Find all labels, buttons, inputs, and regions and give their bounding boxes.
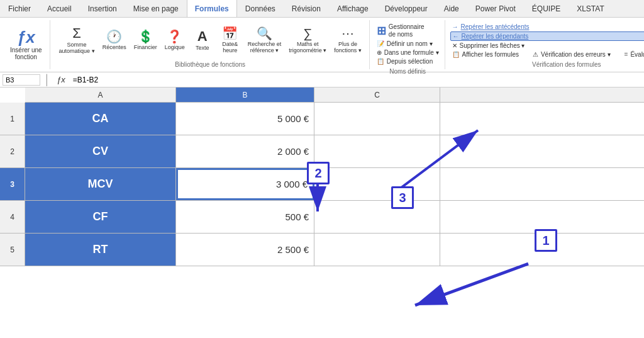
definir-nom-button[interactable]: 📝 Définir un nom ▾	[375, 40, 441, 48]
calendar-icon: 📅	[222, 27, 238, 40]
table-row: 2 CV 2 000 €	[0, 135, 644, 168]
evaluer-formule-button[interactable]: = Évaluer la formule	[623, 50, 644, 59]
depuis-selection-button[interactable]: 📋 Depuis sélection	[375, 57, 441, 65]
cell-a1[interactable]: CA	[25, 103, 176, 135]
table-row: 5 RT 2 500 €	[0, 234, 644, 266]
verification-erreurs-button[interactable]: ⚠ Vérification des erreurs ▾	[531, 50, 613, 59]
cell-c5[interactable]	[314, 234, 440, 266]
col-headers: A B C	[25, 87, 644, 103]
sigma-icon: Σ	[72, 26, 81, 40]
row-header-2: 2	[0, 135, 25, 167]
spreadsheet: A B C 1 CA 5 000 € 2 CV 2 000 € 3 MCV 3 …	[0, 87, 644, 266]
group-noms-definis: ⊞ Gestionnairede noms 📝 Définir un nom ▾…	[371, 20, 445, 69]
more-icon: ⋯	[341, 27, 354, 40]
definir-icon: 📝	[377, 40, 384, 47]
warning-icon: ⚠	[533, 51, 538, 58]
math-icon: ∑	[303, 27, 312, 40]
delete-arrow-icon: ✕	[452, 42, 457, 49]
antecedents-icon: →	[452, 23, 458, 30]
row-header-4: 4	[0, 201, 25, 233]
somme-automatique-button[interactable]: Σ Sommeautomatique ▾	[57, 21, 97, 59]
tab-developpeur[interactable]: Développeur	[377, 0, 436, 17]
clock-icon: 🕐	[106, 30, 122, 43]
texte-button[interactable]: A Texte	[190, 21, 215, 59]
evaluate-icon: =	[625, 51, 628, 58]
cell-c3[interactable]	[314, 168, 440, 200]
cell-a5[interactable]: RT	[25, 234, 176, 266]
logique-button[interactable]: ❓ Logique	[162, 21, 187, 59]
text-icon: A	[197, 30, 208, 43]
formula-bar-separator: │	[44, 74, 50, 86]
gestionnaire-icon: ⊞	[377, 24, 386, 38]
tab-revision[interactable]: Révision	[284, 0, 329, 17]
selection-icon: 📋	[377, 58, 384, 65]
cell-a4[interactable]: CF	[25, 201, 176, 233]
svg-line-3	[415, 264, 528, 305]
tab-accueil[interactable]: Accueil	[39, 0, 80, 17]
table-row: 3 MCV 3 000 €	[0, 168, 644, 201]
tab-insertion[interactable]: Insertion	[80, 0, 125, 17]
dependants-icon: ←	[453, 33, 459, 40]
maths-button[interactable]: ∑ Maths ettrigonométrie ▾	[286, 21, 329, 59]
logic-icon: ❓	[167, 30, 182, 43]
fx-icon: ƒx	[17, 29, 35, 45]
dans-formule-button[interactable]: ⊕ Dans une formule ▾	[375, 48, 441, 57]
table-row: 4 CF 500 €	[0, 201, 644, 234]
cell-b1[interactable]: 5 000 €	[176, 103, 314, 135]
inserer-fonction-label: Insérer unefonction	[10, 47, 42, 60]
cell-b2[interactable]: 2 000 €	[176, 135, 314, 167]
group-verification: → Repérer les antécédents ← Repérer les …	[447, 20, 644, 69]
search-icon: 🔍	[257, 27, 272, 40]
supprimer-fleches-button[interactable]: ✕ Supprimer les flèches ▾	[450, 42, 644, 50]
afficher-formules-button[interactable]: 📋 Afficher les formules	[450, 50, 521, 59]
recherche-button[interactable]: 🔍 Recherche etréférence ▾	[245, 21, 284, 59]
reperer-dependants-button[interactable]: ← Repérer les dépendants	[450, 31, 644, 41]
tab-equipe[interactable]: ÉQUIPE	[524, 0, 569, 17]
finance-icon: 💲	[138, 30, 153, 43]
formule-icon: ⊕	[377, 49, 382, 56]
row-header-1: 1	[0, 103, 25, 135]
tab-mise-en-page[interactable]: Mise en page	[125, 0, 187, 17]
tab-power-pivot[interactable]: Power Pivot	[467, 0, 524, 17]
cell-c4[interactable]	[314, 201, 440, 233]
cell-b3[interactable]: 3 000 €	[176, 168, 314, 200]
plus-fonctions-button[interactable]: ⋯ Plus defonctions ▾	[331, 21, 364, 59]
row-header-5: 5	[0, 234, 25, 266]
recentes-button[interactable]: 🕐 Récentes	[100, 21, 129, 59]
col-header-c[interactable]: C	[314, 87, 440, 102]
tab-xlstat[interactable]: XLSTAT	[569, 0, 613, 17]
inserer-fonction-button[interactable]: ƒx Insérer unefonction	[8, 26, 45, 64]
show-formulas-icon: 📋	[452, 51, 460, 58]
bibliotheque-label: Bibliothèque de fonctions	[57, 60, 364, 69]
tab-donnees[interactable]: Données	[237, 0, 284, 17]
cell-b4[interactable]: 500 €	[176, 201, 314, 233]
tab-aide[interactable]: Aide	[436, 0, 467, 17]
fx-button[interactable]: ƒx	[54, 75, 68, 84]
col-header-a[interactable]: A	[25, 87, 176, 102]
formula-input[interactable]	[70, 76, 641, 84]
cell-a2[interactable]: CV	[25, 135, 176, 167]
verification-label: Vérification des formules	[450, 61, 644, 69]
reperer-antecedents-button[interactable]: → Repérer les antécédents	[450, 23, 644, 31]
ribbon-tab-bar: Fichier Accueil Insertion Mise en page F…	[0, 0, 644, 18]
tab-affichage[interactable]: Affichage	[329, 0, 377, 17]
table-row: 1 CA 5 000 €	[0, 103, 644, 135]
cell-a3[interactable]: MCV	[25, 168, 176, 200]
formula-bar: │ ƒx	[0, 72, 644, 87]
row-header-3: 3	[0, 168, 25, 200]
cell-c1[interactable]	[314, 103, 440, 135]
ribbon-content: ƒx Insérer unefonction Σ Sommeautomatiqu…	[0, 18, 644, 72]
cell-b5[interactable]: 2 500 €	[176, 234, 314, 266]
group-bibliotheque: Σ Sommeautomatique ▾ 🕐 Récentes 💲 Financ…	[52, 20, 370, 69]
rows-container: 1 CA 5 000 € 2 CV 2 000 € 3 MCV 3 000 € …	[0, 103, 644, 266]
group-inserer-fonction: ƒx Insérer unefonction	[3, 20, 50, 69]
cell-c2[interactable]	[314, 135, 440, 167]
dateheure-button[interactable]: 📅 Date&heure	[218, 21, 243, 59]
tab-formules[interactable]: Formules	[187, 0, 237, 17]
col-header-b[interactable]: B	[176, 87, 314, 102]
financier-button[interactable]: 💲 Financier	[131, 21, 160, 59]
tab-fichier[interactable]: Fichier	[0, 0, 39, 17]
ribbon: Fichier Accueil Insertion Mise en page F…	[0, 0, 644, 72]
name-box[interactable]	[3, 74, 40, 86]
gestionnaire-noms-button[interactable]: ⊞ Gestionnairede noms	[375, 23, 441, 39]
